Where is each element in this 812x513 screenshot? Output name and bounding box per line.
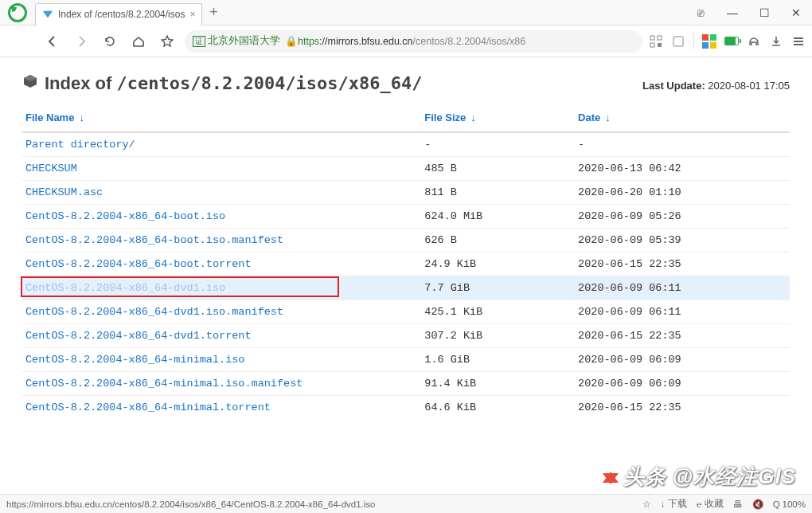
file-link[interactable]: CHECKSUM.asc (25, 186, 103, 198)
file-size: 91.4 KiB (421, 372, 575, 396)
lock-icon: 🔒 (285, 35, 298, 47)
cert-badge: 证 北京外国语大学 (193, 34, 280, 48)
file-link[interactable]: Parent directory/ (25, 139, 135, 151)
file-link[interactable]: CentOS-8.2.2004-x86_64-boot.iso.manifest (25, 234, 283, 246)
table-row: CentOS-8.2.2004-x86_64-boot.iso624.0 MiB… (22, 205, 790, 229)
file-date: 2020-06-15 22:35 (575, 324, 790, 348)
file-date: 2020-06-09 06:09 (575, 372, 790, 396)
last-update: Last Update: 2020-08-01 17:05 (642, 80, 790, 92)
table-row: CentOS-8.2.2004-x86_64-minimal.iso1.6 Gi… (22, 348, 790, 372)
table-row: CentOS-8.2.2004-x86_64-boot.iso.manifest… (22, 229, 790, 253)
page-header: Index of /centos/8.2.2004/isos/x86_64/ L… (22, 73, 790, 94)
window-controls: ⎚ — ☐ ✕ (685, 0, 812, 25)
tab-title: Index of /centos/8.2.2004/isos (58, 9, 185, 20)
window-tab-list-button[interactable]: ⎚ (685, 0, 716, 25)
file-size: 24.9 KiB (421, 253, 575, 276)
file-date: 2020-06-09 06:11 (575, 300, 790, 324)
status-favorite-button[interactable]: ℮ 收藏 (697, 498, 724, 510)
file-link[interactable]: CentOS-8.2.2004-x86_64-dvd1.iso.manifest (25, 306, 283, 318)
cert-icon: 证 (193, 36, 205, 47)
file-date: 2020-06-15 22:35 (575, 396, 790, 420)
zoom-control[interactable]: Q 100% (773, 499, 806, 509)
svg-rect-2 (650, 43, 654, 47)
back-button[interactable] (41, 30, 64, 53)
address-bar[interactable]: 证 北京外国语大学 🔒 https://mirrors.bfsu.edu.cn/… (185, 30, 642, 53)
status-bar: https://mirrors.bfsu.edu.cn/centos/8.2.2… (0, 494, 812, 513)
watermark: 头条 @水经注GIS (603, 463, 796, 491)
toolbar: 证 北京外国语大学 🔒 https://mirrors.bfsu.edu.cn/… (0, 25, 812, 57)
page-content: Index of /centos/8.2.2004/isos/x86_64/ L… (0, 57, 812, 419)
apps-icon[interactable] (702, 34, 716, 49)
table-row: CentOS-8.2.2004-x86_64-dvd1.iso.manifest… (22, 300, 790, 324)
sort-arrow-icon: ↓ (79, 112, 84, 123)
battery-icon (724, 34, 739, 49)
url-text: https://mirrors.bfsu.edu.cn/centos/8.2.2… (298, 36, 525, 47)
forward-button[interactable] (70, 30, 92, 53)
table-row: CHECKSUM.asc811 B2020-06-20 01:10 (22, 181, 790, 205)
svg-rect-0 (650, 36, 654, 40)
file-date: 2020-06-09 05:26 (575, 205, 790, 229)
sort-arrow-icon: ↓ (605, 112, 611, 123)
reload-button[interactable] (99, 30, 121, 53)
table-row: CentOS-8.2.2004-x86_64-dvd1.torrent307.2… (22, 324, 790, 348)
page-title: Index of /centos/8.2.2004/isos/x86_64/ (45, 73, 423, 94)
file-link[interactable]: CentOS-8.2.2004-x86_64-dvd1.iso (25, 282, 225, 294)
file-link[interactable]: CentOS-8.2.2004-x86_64-dvd1.torrent (25, 330, 252, 342)
col-header-name[interactable]: File Name↓ (22, 104, 421, 132)
status-fav-button[interactable]: ☆ (642, 499, 651, 510)
status-download-button[interactable]: ↓ 下载 (661, 498, 687, 510)
file-size: 811 B (421, 181, 575, 205)
headset-icon[interactable] (747, 34, 761, 49)
file-link[interactable]: CentOS-8.2.2004-x86_64-minimal.iso.manif… (25, 378, 303, 390)
svg-rect-3 (658, 43, 662, 47)
file-link[interactable]: CentOS-8.2.2004-x86_64-boot.iso (25, 210, 225, 222)
file-date: 2020-06-09 05:39 (575, 229, 790, 253)
download-icon[interactable] (769, 34, 783, 49)
status-mute-button[interactable]: 🔇 (752, 499, 763, 510)
file-date: 2020-06-13 06:42 (575, 157, 790, 181)
browser-logo[interactable] (0, 0, 35, 25)
cube-icon (22, 73, 38, 89)
cert-org: 北京外国语大学 (208, 34, 280, 48)
svg-rect-4 (673, 37, 683, 46)
table-row: CentOS-8.2.2004-x86_64-boot.torrent24.9 … (22, 253, 790, 276)
col-header-size[interactable]: File Size↓ (421, 104, 575, 132)
svg-rect-1 (658, 36, 662, 40)
qr-icon[interactable] (649, 34, 663, 49)
file-size: 485 B (421, 157, 575, 181)
window-maximize-button[interactable]: ☐ (748, 0, 780, 25)
browser-tab[interactable]: Index of /centos/8.2.2004/isos × (35, 3, 202, 25)
file-size: - (421, 132, 575, 157)
file-table: File Name↓ File Size↓ Date↓ Parent direc… (22, 104, 790, 419)
file-link[interactable]: CentOS-8.2.2004-x86_64-boot.torrent (25, 258, 252, 270)
tab-close-button[interactable]: × (189, 9, 195, 20)
tab-favicon-icon (42, 9, 53, 20)
file-link[interactable]: CentOS-8.2.2004-x86_64-minimal.torrent (25, 401, 271, 413)
status-print-button[interactable]: 🖶 (733, 499, 743, 509)
status-url: https://mirrors.bfsu.edu.cn/centos/8.2.2… (6, 499, 642, 509)
star-button[interactable] (156, 30, 178, 53)
file-size: 425.1 KiB (421, 300, 575, 324)
file-size: 64.6 KiB (421, 396, 575, 420)
file-date: 2020-06-20 01:10 (575, 181, 790, 205)
home-button[interactable] (127, 30, 150, 53)
window-close-button[interactable]: ✕ (780, 0, 812, 25)
menu-button[interactable] (791, 34, 806, 49)
sort-arrow-icon: ↓ (470, 112, 476, 123)
file-link[interactable]: CentOS-8.2.2004-x86_64-minimal.iso (25, 354, 244, 366)
table-row: CentOS-8.2.2004-x86_64-minimal.torrent64… (22, 396, 790, 420)
file-date: 2020-06-09 06:11 (575, 276, 790, 300)
new-tab-button[interactable]: + (202, 4, 224, 21)
titlebar: Index of /centos/8.2.2004/isos × + ⎚ — ☐… (0, 0, 812, 25)
file-link[interactable]: CHECKSUM (25, 163, 77, 174)
table-row: CHECKSUM485 B2020-06-13 06:42 (22, 157, 790, 181)
col-header-date[interactable]: Date↓ (575, 104, 790, 132)
table-row: CentOS-8.2.2004-x86_64-dvd1.iso7.7 GiB20… (22, 276, 790, 300)
table-row: CentOS-8.2.2004-x86_64-minimal.iso.manif… (22, 372, 790, 396)
table-row: Parent directory/-- (22, 132, 790, 157)
file-size: 1.6 GiB (421, 348, 575, 372)
extension-icon[interactable] (671, 34, 685, 49)
file-size: 7.7 GiB (421, 276, 575, 300)
file-size: 624.0 MiB (421, 205, 575, 229)
window-minimize-button[interactable]: — (716, 0, 748, 25)
